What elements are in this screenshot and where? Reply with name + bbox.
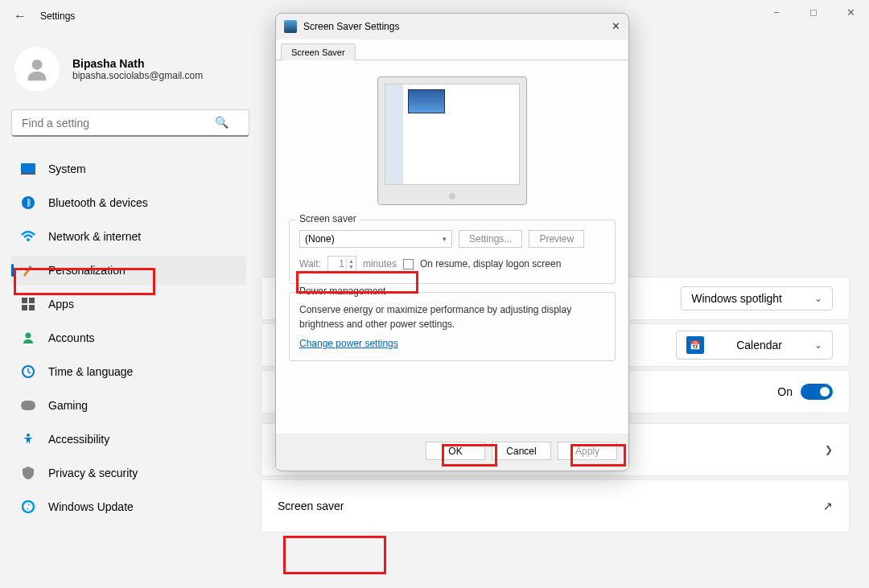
close-button[interactable]: ✕ bbox=[832, 0, 869, 24]
toggle-switch[interactable] bbox=[801, 384, 833, 400]
svg-rect-12 bbox=[21, 401, 35, 410]
chevron-down-icon: ▾ bbox=[443, 235, 447, 243]
spin-down-icon[interactable]: ▼ bbox=[347, 264, 356, 269]
select-value: (None) bbox=[305, 233, 335, 245]
system-icon bbox=[21, 162, 35, 176]
wifi-icon bbox=[21, 229, 35, 244]
calendar-icon: 📅 bbox=[686, 336, 704, 354]
row-screen-saver[interactable]: Screen saver ↗ bbox=[261, 479, 850, 532]
on-resume-checkbox[interactable] bbox=[403, 259, 414, 269]
nav-update[interactable]: Windows Update bbox=[11, 492, 246, 521]
nav-label: Apps bbox=[48, 298, 74, 310]
wait-input[interactable] bbox=[328, 258, 346, 269]
calendar-dropdown[interactable]: 📅Calendar⌄ bbox=[676, 331, 833, 360]
minimize-button[interactable]: − bbox=[758, 0, 795, 24]
nav-accessibility[interactable]: Accessibility bbox=[11, 425, 246, 454]
svg-rect-1 bbox=[21, 163, 35, 173]
svg-rect-9 bbox=[29, 305, 35, 310]
tab-screen-saver[interactable]: Screen Saver bbox=[281, 43, 356, 60]
svg-point-0 bbox=[32, 60, 43, 70]
screen-saver-dialog: Screen Saver Settings ✕ Screen Saver Scr… bbox=[275, 13, 629, 471]
user-name: Bipasha Nath bbox=[72, 57, 203, 70]
nav-label: Personalization bbox=[48, 264, 126, 277]
chevron-right-icon: ❯ bbox=[825, 444, 833, 455]
nav-label: Network & internet bbox=[48, 230, 141, 243]
row-label: Screen saver bbox=[278, 500, 344, 512]
ok-button[interactable]: OK bbox=[426, 442, 485, 460]
open-external-icon: ↗ bbox=[823, 500, 833, 512]
dialog-close-button[interactable]: ✕ bbox=[612, 20, 620, 32]
svg-point-13 bbox=[27, 434, 30, 437]
nav-label: Bluetooth & devices bbox=[48, 196, 148, 209]
monitor-preview bbox=[377, 76, 527, 205]
svg-rect-7 bbox=[29, 298, 35, 303]
svg-rect-6 bbox=[22, 298, 27, 303]
search-input[interactable] bbox=[11, 109, 249, 137]
nav-label: Privacy & security bbox=[48, 467, 138, 479]
nav-gaming[interactable]: Gaming bbox=[11, 391, 246, 420]
group-label: Screen saver bbox=[296, 213, 360, 224]
nav-privacy[interactable]: Privacy & security bbox=[11, 458, 246, 487]
nav-label: Gaming bbox=[48, 399, 88, 412]
gamepad-icon bbox=[21, 398, 35, 413]
nav-label: Accounts bbox=[48, 331, 95, 344]
svg-rect-2 bbox=[21, 173, 35, 175]
shield-icon bbox=[21, 466, 35, 480]
chevron-down-icon: ⌄ bbox=[814, 339, 822, 351]
spotlight-dropdown[interactable]: Windows spotlight⌄ bbox=[681, 286, 833, 310]
nav-label: Time & language bbox=[48, 365, 133, 378]
nav-personalization[interactable]: Personalization bbox=[11, 256, 246, 285]
update-icon bbox=[21, 500, 35, 514]
apply-button[interactable]: Apply bbox=[558, 442, 617, 460]
svg-point-14 bbox=[23, 501, 34, 512]
nav-apps[interactable]: Apps bbox=[11, 290, 246, 319]
dropdown-value: Windows spotlight bbox=[691, 292, 782, 305]
toggle-label: On bbox=[777, 385, 793, 398]
nav-label: System bbox=[48, 162, 86, 175]
group-label: Power management bbox=[296, 286, 389, 297]
user-email: bipasha.sociolabs@gmail.com bbox=[72, 70, 203, 81]
screensaver-select[interactable]: (None)▾ bbox=[299, 230, 452, 248]
wait-spinner[interactable]: ▲▼ bbox=[327, 256, 356, 272]
dialog-title: Screen Saver Settings bbox=[303, 21, 399, 32]
nav-system[interactable]: System bbox=[11, 154, 246, 183]
screen-saver-group: Screen saver (None)▾ Settings... Preview… bbox=[289, 220, 616, 284]
nav-label: Accessibility bbox=[48, 433, 109, 446]
nav-label: Windows Update bbox=[48, 500, 134, 513]
bluetooth-icon bbox=[21, 195, 35, 210]
power-management-group: Power management Conserve energy or maxi… bbox=[289, 292, 616, 361]
accessibility-icon bbox=[21, 432, 35, 446]
svg-rect-5 bbox=[28, 265, 32, 269]
nav-accounts[interactable]: Accounts bbox=[11, 323, 246, 352]
nav-time[interactable]: Time & language bbox=[11, 357, 246, 386]
spin-up-icon[interactable]: ▲ bbox=[347, 258, 356, 264]
nav-bluetooth[interactable]: Bluetooth & devices bbox=[11, 188, 246, 217]
person-icon bbox=[21, 331, 35, 345]
change-power-settings-link[interactable]: Change power settings bbox=[299, 338, 398, 349]
minutes-label: minutes bbox=[363, 258, 397, 269]
dialog-icon bbox=[284, 20, 297, 33]
wait-label: Wait: bbox=[299, 258, 321, 269]
pm-description: Conserve energy or maximize performance … bbox=[299, 302, 605, 331]
chevron-down-icon: ⌄ bbox=[814, 293, 822, 304]
paintbrush-icon bbox=[21, 263, 35, 278]
cancel-button[interactable]: Cancel bbox=[492, 442, 551, 460]
dropdown-value: Calendar bbox=[736, 339, 782, 352]
svg-rect-8 bbox=[22, 305, 27, 310]
search-icon: 🔍 bbox=[215, 116, 229, 129]
svg-point-10 bbox=[26, 333, 31, 339]
svg-point-4 bbox=[27, 238, 30, 241]
preview-button[interactable]: Preview bbox=[529, 230, 584, 248]
sidebar: Bipasha Nath bipasha.sociolabs@gmail.com… bbox=[0, 32, 249, 588]
avatar[interactable] bbox=[14, 47, 60, 92]
maximize-button[interactable]: □ bbox=[795, 0, 832, 24]
apps-icon bbox=[21, 297, 35, 311]
nav-network[interactable]: Network & internet bbox=[11, 222, 246, 251]
on-resume-label: On resume, display logon screen bbox=[420, 258, 561, 269]
window-title: Settings bbox=[40, 10, 75, 22]
back-button[interactable]: ← bbox=[8, 4, 32, 28]
clock-icon bbox=[21, 364, 35, 379]
settings-button[interactable]: Settings... bbox=[459, 230, 522, 248]
